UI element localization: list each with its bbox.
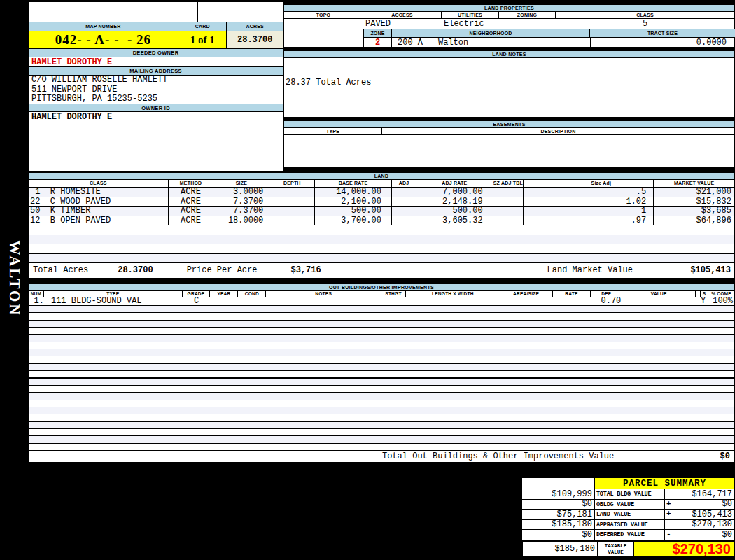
- land-row: 22 C WOOD PAVED ACRE 7.3700 2,100.00 2,1…: [29, 197, 734, 207]
- col-zoning: ZONING: [499, 12, 556, 18]
- price-per-acre-label: Price Per Acre: [187, 263, 258, 279]
- address-line: 511 NEWPORT DRIVE: [31, 85, 283, 95]
- land-notes-text: 28.37 Total Acres: [284, 58, 734, 88]
- class-value: 5: [556, 19, 734, 29]
- mailing-address: C/O WILLIAM ROSELLE HAMLETT 511 NEWPORT …: [29, 76, 283, 104]
- neighborhood-value: 200 AWalton: [392, 38, 590, 48]
- address-line: PITTSBURGH, PA 15235-5235: [31, 94, 283, 104]
- empty-row: [29, 254, 734, 264]
- zone-label: ZONE: [364, 29, 392, 37]
- outbuildings-total-label: Total Out Buildings & Other Improvements…: [382, 451, 614, 463]
- easements-title: EASEMENTS: [284, 121, 734, 128]
- parcel-summary-panel: PARCEL SUMMARY $109,999 TOTAL BLDG VALUE…: [522, 477, 735, 558]
- col-easement-description: DESCRIPTION: [382, 128, 734, 134]
- col-length-width: LENGTH X WIDTH: [406, 291, 500, 297]
- outbuildings-title: OUT BUILDINGS/OTHER IMPROVEMENTS: [29, 284, 734, 291]
- col-cond: COND: [238, 291, 266, 297]
- land-properties-title: LAND PROPERTIES: [284, 5, 734, 12]
- taxable-label: TAXABLE VALUE: [598, 542, 634, 556]
- access-value: PAVED: [365, 19, 391, 29]
- address-line: C/O WILLIAM ROSELLE HAMLETT: [31, 76, 283, 85]
- land-market-value-label: Land Market Value: [547, 263, 633, 279]
- col-area-size: AREA/SIZE: [500, 291, 553, 297]
- zone-subtable: ZONE NEIGHBORHOOD TRACT SIZE 2 200 AWalt…: [363, 29, 735, 48]
- owner-panel: Charlotte County Virginia Commissioner o…: [28, 1, 284, 172]
- col-access: ACCESS: [363, 12, 442, 18]
- tract-size-label: TRACT SIZE: [590, 29, 735, 37]
- col-class: CLASS: [556, 12, 734, 18]
- district-vertical-label: WALTON: [6, 240, 23, 316]
- empty-row: [29, 225, 734, 235]
- summary-row: $109,999 TOTAL BLDG VALUE $164,717: [522, 489, 735, 500]
- land-notes-title: LAND NOTES: [284, 51, 734, 58]
- col-rate: RATE: [553, 291, 592, 297]
- parcel-summary-title: PARCEL SUMMARY: [595, 478, 734, 489]
- land-notes-panel: LAND NOTES 28.37 Total Acres: [284, 50, 735, 118]
- easements-panel: EASEMENTS TYPE DESCRIPTION: [284, 120, 735, 168]
- owner-id-label: OWNER ID: [29, 104, 283, 112]
- record-box: RECORD 6198: [198, 2, 283, 22]
- map-number-label: MAP NUMBER: [29, 22, 178, 31]
- summary-row: $0 DEFERRED VALUE -$0: [522, 530, 735, 540]
- col-base-rate: BASE RATE: [315, 180, 392, 187]
- neighborhood-name: Walton: [438, 38, 468, 48]
- owner-id-value: HAMLET DOROTHY E: [29, 112, 283, 122]
- deeded-owner-label: DEEDED OWNER: [29, 49, 283, 57]
- summary-row: $0 OBLDG VALUE +$0: [522, 500, 735, 510]
- col-spacer: [696, 291, 701, 297]
- empty-outbuilding-rows: [29, 305, 734, 450]
- utilities-value: Electric: [444, 19, 484, 29]
- col-class: CLASS: [29, 180, 169, 187]
- deeded-owner-value: HAMLET DOROTHY E: [29, 57, 283, 67]
- map-number-value: 042- - A- - - 26: [29, 31, 178, 48]
- taxable-value: $270,130: [634, 542, 734, 556]
- land-panel: LAND CLASS METHOD SIZE DEPTH BASE RATE A…: [28, 172, 735, 279]
- empty-row: [29, 244, 734, 254]
- acres-label: ACRES: [227, 22, 283, 31]
- land-row: 50 K TIMBER ACRE 7.3700 500.00 500.00 1 …: [29, 206, 734, 216]
- land-market-value: $105,413: [633, 263, 734, 279]
- col-easement-type: TYPE: [284, 128, 382, 134]
- col-sthgt: STHGT: [382, 291, 406, 297]
- col-depth: DEPTH: [270, 180, 315, 187]
- col-size: SIZE: [214, 180, 270, 187]
- land-row: 1 R HOMESITE ACRE 3.0000 14,000.00 7,000…: [29, 188, 734, 197]
- neighborhood-label: NEIGHBORHOOD: [392, 29, 590, 37]
- col-market-value: MARKET VALUE: [654, 180, 734, 187]
- col-year: YEAR: [210, 291, 238, 297]
- col-spacer: [524, 180, 550, 187]
- card-value: 1 of 1: [178, 31, 227, 48]
- land-title: LAND: [29, 173, 734, 180]
- zone-value: 2: [364, 38, 392, 48]
- col-adj: ADJ: [392, 180, 416, 187]
- card-label: CARD: [178, 22, 227, 31]
- outbuilding-row: 1. 111 BLDG-SOUND VAL C 0.70 Y 100%: [29, 298, 734, 305]
- col-sz-adj-tbl: SZ ADJ TBL: [493, 180, 524, 187]
- col-topo: TOPO: [284, 12, 363, 18]
- col-utilities: UTILITIES: [442, 12, 499, 18]
- col-size-adj: Size Adj: [550, 180, 654, 187]
- empty-row: [29, 235, 734, 245]
- tract-size-value: 0.0000: [590, 38, 735, 48]
- property-record-card: WALTON Charlotte County Virginia Commiss…: [0, 0, 735, 560]
- col-adj-rate: ADJ RATE: [416, 180, 493, 187]
- outbuildings-panel: OUT BUILDINGS/OTHER IMPROVEMENTS NUM TYP…: [28, 284, 735, 463]
- summary-blank-cell: [522, 478, 595, 489]
- land-row: 12 B OPEN PAVED ACRE 18.0000 3,700.00 3,…: [29, 216, 734, 226]
- summary-row: $75,181 LAND VALUE +$105,413: [522, 510, 735, 520]
- county-header: Charlotte County Virginia Commissioner o…: [29, 2, 198, 22]
- neighborhood-code: 200 A: [398, 38, 423, 48]
- total-acres-value: 28.3700: [118, 263, 153, 279]
- col-method: METHOD: [169, 180, 214, 187]
- summary-row: $185,180 APPRAISED VALUE $270,130: [522, 520, 735, 530]
- taxable-row: $185,180 TAXABLE VALUE $270,130: [522, 540, 735, 558]
- land-totals-row: Total Acres 28.3700 Price Per Acre $3,71…: [29, 263, 734, 279]
- outbuildings-total-value: $0: [720, 451, 734, 463]
- acres-value: 28.3700: [227, 31, 283, 48]
- col-notes: NOTES: [266, 291, 382, 297]
- outbuildings-total-row: Total Out Buildings & Other Improvements…: [29, 450, 734, 463]
- land-properties-panel: LAND PROPERTIES TOPO ACCESS UTILITIES ZO…: [284, 4, 735, 48]
- price-per-acre-value: $3,716: [290, 263, 321, 279]
- col-value: VALUE: [622, 291, 696, 297]
- total-acres-label: Total Acres: [33, 263, 88, 279]
